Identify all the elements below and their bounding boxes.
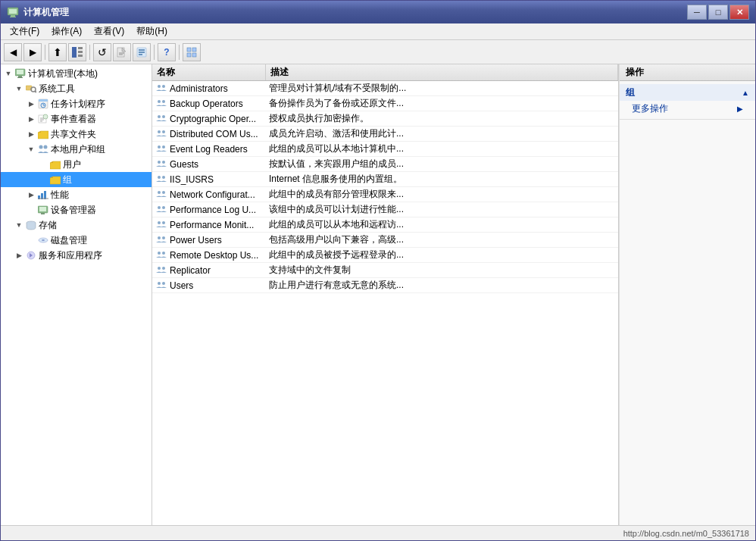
tree-item-services[interactable]: ▶ 服务和应用程序: [1, 248, 152, 263]
tree-item-root[interactable]: ▼ 计算机管理(本地): [1, 66, 152, 81]
tree-label-perf: 性能: [51, 189, 69, 202]
tree-item-devmgr[interactable]: 设备管理器: [1, 202, 152, 217]
group-icon: [155, 189, 167, 201]
tree-item-users[interactable]: 用户: [1, 157, 152, 172]
list-row[interactable]: Guests 按默认值，来宾跟用户组的成员...: [152, 157, 618, 172]
maximize-button[interactable]: □: [708, 5, 728, 20]
list-cell-desc: Internet 信息服务使用的内置组。: [266, 173, 618, 186]
tree-item-eventview[interactable]: ▶ 事件查看器: [1, 111, 152, 127]
expander-services[interactable]: ▶: [13, 249, 25, 261]
minimize-button[interactable]: ─: [687, 5, 707, 20]
tree-item-shared[interactable]: ▶ 共享文件夹: [1, 127, 152, 142]
svg-point-50: [158, 85, 161, 88]
menu-help[interactable]: 帮助(H): [130, 23, 173, 39]
list-cell-desc: 包括高级用户以向下兼容，高级...: [266, 233, 618, 246]
expand-button[interactable]: [183, 43, 201, 61]
properties-button[interactable]: [133, 43, 151, 61]
tree-label-shared: 共享文件夹: [51, 128, 96, 141]
svg-point-59: [162, 145, 165, 149]
services-icon: [25, 249, 37, 261]
list-row[interactable]: Power Users 包括高级用户以向下兼容，高级...: [152, 233, 618, 248]
tree-item-storage[interactable]: ▼ 存储: [1, 217, 152, 233]
group-icon: [155, 128, 167, 140]
group-icon: [155, 174, 167, 186]
tree-item-perf[interactable]: ▶ 性能: [1, 187, 152, 202]
svg-point-63: [162, 176, 165, 179]
list-row[interactable]: Performance Monit... 此组的成员可以从本地和远程访...: [152, 217, 618, 233]
svg-rect-17: [192, 48, 196, 52]
svg-point-70: [158, 236, 161, 239]
export-button[interactable]: [113, 43, 131, 61]
list-row[interactable]: Remote Desktop Us... 此组中的成员被授予远程登录的...: [152, 248, 618, 263]
tree-label-groups: 组: [63, 174, 72, 186]
action-section-group: 组 ▲ 更多操作 ▶: [620, 81, 755, 120]
list-cell-name: Backup Operators: [152, 98, 266, 110]
list-cell-name: Performance Log U...: [152, 204, 266, 216]
refresh-button[interactable]: ↺: [93, 43, 111, 61]
action-panel: 操作 组 ▲ 更多操作 ▶: [619, 64, 755, 525]
group-icon: [155, 143, 167, 155]
list-cell-name: Cryptographic Oper...: [152, 113, 266, 125]
action-more-ops[interactable]: 更多操作 ▶: [620, 101, 755, 116]
col-header-name[interactable]: 名称: [152, 64, 266, 80]
action-section-arrow: ▲: [742, 89, 749, 97]
menu-action[interactable]: 操作(A): [45, 23, 88, 39]
close-button[interactable]: ✕: [729, 5, 749, 20]
svg-point-77: [162, 282, 165, 285]
tree-item-diskmgr[interactable]: 磁盘管理: [1, 233, 152, 248]
list-row[interactable]: Backup Operators 备份操作员为了备份或还原文件...: [152, 96, 618, 111]
tree-item-groups[interactable]: 组: [1, 172, 152, 187]
list-row[interactable]: Administrators 管理员对计算机/域有不受限制的...: [152, 81, 618, 96]
forward-button[interactable]: ▶: [23, 43, 42, 61]
list-cell-name: Users: [152, 280, 266, 292]
expander-systools[interactable]: ▼: [13, 83, 25, 95]
list-cell-name: IIS_IUSRS: [152, 174, 266, 186]
list-row[interactable]: Performance Log U... 该组中的成员可以计划进行性能...: [152, 202, 618, 217]
list-row[interactable]: Network Configurat... 此组中的成员有部分管理权限来...: [152, 187, 618, 202]
list-row[interactable]: Distributed COM Us... 成员允许启动、激活和使用此计...: [152, 127, 618, 142]
list-row[interactable]: Users 防止用户进行有意或无意的系统...: [152, 278, 618, 293]
help-button[interactable]: ?: [158, 43, 176, 61]
tasksched-icon: [37, 98, 49, 110]
expander-perf[interactable]: ▶: [25, 189, 37, 201]
expander-storage[interactable]: ▼: [13, 219, 25, 231]
shared-icon: [37, 128, 49, 140]
tree-item-systools[interactable]: ▼ 系统工具: [1, 81, 152, 96]
back-button[interactable]: ◀: [4, 43, 22, 61]
list-cell-name: Power Users: [152, 234, 266, 246]
expander-root[interactable]: ▼: [2, 67, 14, 80]
tree-label-users: 用户: [63, 158, 81, 171]
svg-point-48: [42, 239, 45, 241]
expander-tasksched[interactable]: ▶: [25, 98, 37, 110]
svg-rect-23: [17, 77, 23, 78]
up-button[interactable]: ⬆: [48, 43, 67, 61]
tree-label-diskmgr: 磁盘管理: [51, 234, 87, 247]
list-row[interactable]: Event Log Readers 此组的成员可以从本地计算机中...: [152, 142, 618, 157]
tree-item-tasksched[interactable]: ▶ 任务计划程序: [1, 96, 152, 111]
expander-eventview[interactable]: ▶: [25, 113, 37, 125]
expander-groups: [37, 174, 49, 186]
title-bar: 计算机管理 ─ □ ✕: [1, 1, 755, 23]
title-bar-controls: ─ □ ✕: [687, 5, 749, 20]
list-row[interactable]: IIS_IUSRS Internet 信息服务使用的内置组。: [152, 172, 618, 187]
list-row[interactable]: Cryptographic Oper... 授权成员执行加密操作。: [152, 111, 618, 127]
list-row[interactable]: Replicator 支持域中的文件复制: [152, 263, 618, 278]
svg-point-73: [162, 252, 165, 255]
menu-view[interactable]: 查看(V): [88, 23, 130, 39]
col-header-desc[interactable]: 描述: [266, 64, 618, 80]
list-header: 名称 描述: [152, 64, 618, 81]
svg-point-38: [44, 145, 48, 149]
group-icon: [155, 113, 167, 125]
tree-item-localusers[interactable]: ▼ 本地用户和组: [1, 142, 152, 157]
menu-file[interactable]: 文件(F): [4, 23, 45, 39]
svg-line-26: [35, 91, 36, 92]
toolbar: ◀ ▶ ⬆ ↺ ?: [1, 40, 755, 64]
show-hide-button[interactable]: [68, 43, 86, 61]
svg-point-56: [158, 130, 161, 133]
list-cell-desc: 此组中的成员被授予远程登录的...: [266, 249, 618, 261]
expander-shared[interactable]: ▶: [25, 128, 37, 140]
svg-point-65: [162, 191, 165, 194]
expander-localusers[interactable]: ▼: [25, 143, 37, 155]
action-section-title-group[interactable]: 组 ▲: [620, 84, 755, 101]
toolbar-sep-3: [154, 45, 155, 60]
